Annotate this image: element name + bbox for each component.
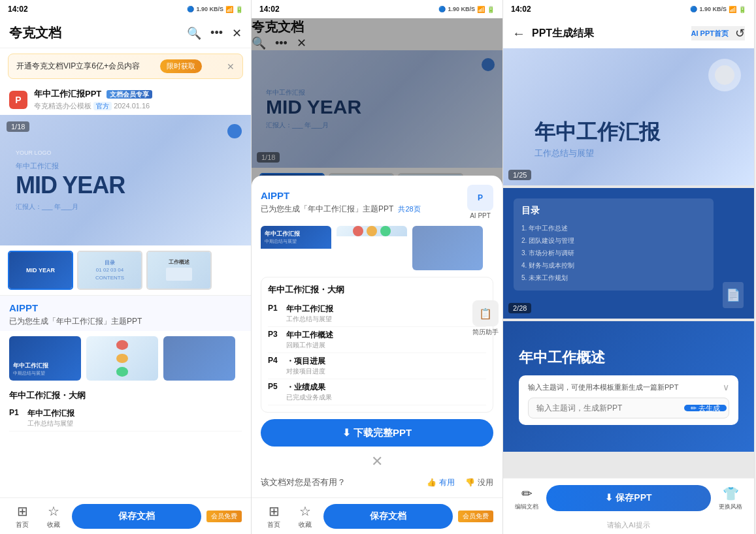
doc-item-1[interactable]: P 年中工作汇报PPT 文档会员专享 夸克精选办公模板 官方 2024.01.1… (0, 84, 251, 115)
pgt-1[interactable]: 年中工作汇报 中期总结与展望 (261, 226, 331, 270)
useless-btn-2[interactable]: 👎 没用 (465, 477, 493, 488)
promo-banner-1[interactable]: 开通夸克文档VIP立享6亿+会员内容 限时获取 ✕ (8, 54, 243, 79)
promo-text-1: 开通夸克文档VIP立享6亿+会员内容 (16, 61, 140, 72)
style-btn-3[interactable]: 👕 更换风格 (716, 486, 745, 511)
overlay-aippt-row: AIPPT 已为您生成「年中工作汇报」主题PPT 共28页 P AI PPT (261, 185, 493, 219)
thumb-label-1-2: 目录 (95, 259, 124, 266)
slide3-title-3: 年中工作概述 (519, 348, 738, 368)
outline-content-2-3: ・项目进展 对接项目进度 (286, 356, 486, 376)
thumb-1-3[interactable]: 工作概述 (146, 251, 212, 290)
outline-page-2-1: P1 (268, 304, 286, 313)
aippt-label-1: AIPPT (9, 302, 242, 313)
thumb-contents2-1-2: CONTENTS (95, 274, 124, 281)
aippt-home-btn-3[interactable]: AI PPT首页 (691, 29, 729, 39)
save-btn-2[interactable]: 保存文档 (323, 504, 453, 529)
overlay-aippt-label: AIPPT (261, 190, 421, 201)
star-btn-2[interactable]: ☆ 收藏 (292, 503, 318, 529)
overlay-aippt-desc: 已为您生成「年中工作汇报」主题PPT 共28页 (261, 204, 421, 215)
thumb-1-2[interactable]: 目录 01 02 03 04 CONTENTS (77, 251, 142, 290)
ppt-gen-thumbs-2[interactable]: 年中工作汇报 中期总结与展望 ✍️ (261, 226, 493, 270)
close-icon-1[interactable]: ✕ (232, 26, 242, 40)
useless-label-2: 没用 (478, 477, 493, 488)
feedback-row-2: 该文档对您是否有用？ 👍 有用 👎 没用 (261, 477, 493, 488)
outline-page-2-3: P4 (268, 356, 286, 365)
ppt-icon-1: P (9, 91, 27, 109)
header-icons-1[interactable]: 🔍 ••• ✕ (187, 26, 242, 40)
popup-notice-3: 请输入AI提示 (503, 518, 754, 534)
aippt-desc-1: 已为您生成「年中工作汇报」主题PPT (9, 316, 242, 327)
ppt-thumb-bg-1-3 (163, 336, 235, 381)
outline-popup-2: 年中工作汇报・大纲 P1 年中工作汇报 工作总结与展望 P3 年中工作概述 回顾… (261, 277, 493, 413)
search-icon-1[interactable]: 🔍 (187, 26, 201, 40)
slide-circle-1 (227, 124, 242, 138)
outline-item-2-4[interactable]: P5 ・业绩成果 已完成业务成果 (268, 379, 486, 405)
outline-content-1-1: 年中工作汇报 工作总结与展望 (27, 408, 242, 428)
thumb-label-1-1: MID YEAR (26, 267, 55, 274)
ppt-thumb-1-2[interactable] (86, 336, 158, 381)
home-btn-2[interactable]: ⊞ 首页 (261, 503, 287, 529)
save-btn-1[interactable]: 保存文档 (72, 504, 201, 529)
status-icons-1: 🔵 1.90 KB/S 📶 🔋 (187, 6, 243, 13)
slide3-chevron-3[interactable]: ∨ (723, 382, 729, 392)
app-title-3: PPT生成结果 (532, 27, 685, 40)
battery-icon-1: 🔋 (235, 6, 243, 13)
doc-title-1: 年中工作汇报PPT 文档会员专享 (34, 88, 242, 100)
slide-page-badge-1: 1/18 (7, 121, 29, 132)
slide2-badge-3: 2/28 (508, 303, 531, 313)
thumb-inner-1-1: MID YEAR (9, 252, 72, 289)
status-bar-2: 14:02 🔵 1.90 KB/S 📶 🔋 (252, 0, 502, 18)
more-icon-1[interactable]: ••• (210, 26, 223, 40)
bottom-bar-1: ⊞ 首页 ☆ 收藏 保存文档 会员免费 (0, 497, 251, 534)
thumb-1-1[interactable]: MID YEAR (8, 251, 73, 290)
back-btn-3[interactable]: ← (512, 26, 525, 41)
wifi-icon-1: 📶 (225, 6, 233, 13)
pgt-2[interactable] (337, 226, 407, 270)
ppt-thumb-bg-1-1: 年中工作汇报 中期总结与展望 (9, 336, 81, 381)
toc-item-3-1: 1. 年中工作总述 (521, 222, 706, 234)
slide-company-1: YOUR LOGO (16, 149, 52, 156)
status-bar-3: 14:02 🔵 1.90 KB/S 📶 🔋 (503, 0, 754, 18)
home-btn-1[interactable]: ⊞ 首页 (9, 503, 35, 529)
cv-tool[interactable]: 📋 简历助手 (472, 300, 499, 337)
aippt-tool[interactable]: P AI PPT (467, 185, 493, 219)
useful-btn-2[interactable]: 👍 有用 (427, 477, 455, 488)
thumb-row-1[interactable]: MID YEAR 目录 01 02 03 04 CONTENTS 工作概述 (0, 245, 251, 295)
edit-doc-btn-3[interactable]: ✏ 编辑文档 (512, 486, 541, 511)
slide-big-title-1: MID YEAR (16, 174, 125, 197)
ppt-thumb-1-1[interactable]: 年中工作汇报 中期总结与展望 (9, 336, 81, 381)
outline-item-2-2[interactable]: P3 年中工作概述 回顾工作进展 (268, 327, 486, 353)
status-icons-2: 🔵 1.90 KB/S 📶 🔋 (438, 6, 495, 13)
slide3-input-box-3: 输入主题词，可使用本模板重新生成一篇新PPT ∨ ✏ 去生成 (519, 375, 738, 425)
feedback-btns-2[interactable]: 👍 有用 👎 没用 (427, 477, 493, 488)
battery-icon-3: 🔋 (738, 6, 746, 13)
promo-btn-1[interactable]: 限时获取 (160, 59, 202, 73)
thumb-inner-1-3: 工作概述 (148, 252, 210, 289)
slide3-generate-btn-3[interactable]: ✏ 去生成 (684, 405, 727, 411)
star-btn-1[interactable]: ☆ 收藏 (41, 503, 67, 529)
slide1-sub-3: 工作总结与展望 (534, 148, 723, 159)
outline-item-2-1[interactable]: P1 年中工作汇报 工作总结与展望 (268, 301, 486, 327)
ppt-thumb-1-3[interactable] (163, 336, 235, 381)
outline-item-2-3[interactable]: P4 ・项目进展 对接项目进度 (268, 353, 486, 379)
ppt-thumbs-1[interactable]: 年中工作汇报 中期总结与展望 (0, 331, 251, 386)
save-ppt-btn-3[interactable]: ⬇ 保存PPT (546, 485, 711, 511)
overlay-tools-right: P AI PPT (467, 185, 493, 219)
overlay-close-2[interactable]: ✕ (261, 453, 493, 470)
slide-2-3: 目录 1. 年中工作总述 2. 团队建设与管理 3. 市场分析与调研 4. 财务… (503, 188, 754, 319)
ppt-thumb-bg-1-2 (86, 336, 158, 381)
network-icon-3: 🔵 (690, 6, 697, 12)
pgt-sub-1: 中期总结与展望 (265, 238, 327, 245)
outline-item-1-1[interactable]: P1 年中工作汇报 工作总结与展望 (9, 405, 242, 432)
refresh-icon-3[interactable]: ↺ (735, 26, 745, 40)
signal-text-3: 1.90 KB/S (699, 6, 727, 12)
promo-close-1[interactable]: ✕ (227, 61, 235, 72)
signal-text-1: 1.90 KB/S (196, 6, 223, 12)
member-tag-2: 会员免费 (458, 510, 493, 522)
thumbdown-icon-2: 👎 (465, 478, 475, 487)
toc-item-3-2: 2. 团队建设与管理 (521, 234, 706, 247)
pgt-3[interactable] (412, 226, 483, 270)
doc-info-1: 年中工作汇报PPT 文档会员专享 夸克精选办公模板 官方 2024.01.16 (34, 88, 242, 111)
download-ppt-btn-2[interactable]: ⬇ 下载完整PPT (261, 419, 493, 447)
toc-item-3-4: 4. 财务与成本控制 (521, 259, 706, 272)
outline-page-2-2: P3 (268, 330, 286, 339)
